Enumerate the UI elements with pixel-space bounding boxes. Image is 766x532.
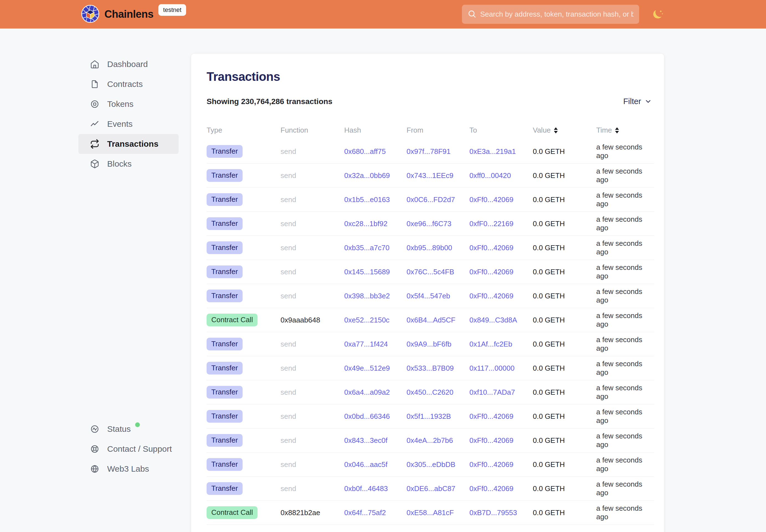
table-row: Transfer send 0x49e...512e9 0x533...B7B0… [207,356,654,380]
type-badge: Transfer [207,482,242,495]
repeat-icon [90,139,99,149]
hash-link[interactable]: 0x32a...0bb69 [344,171,407,180]
table-row: Transfer send 0x680...aff75 0x97f...78F9… [207,140,654,164]
hash-link[interactable]: 0x6a4...a09a2 [344,388,407,397]
type-badge: Transfer [207,217,242,230]
value-cell: 0.0 GETH [533,436,596,445]
hash-link[interactable]: 0xa77...1f424 [344,340,407,348]
to-address-link[interactable]: 0xFf0...42069 [470,268,533,276]
time-cell: a few seconds ago [596,263,654,280]
brand-link[interactable]: Chainlens testnet [81,0,186,29]
to-address-link[interactable]: 0xFf0...42069 [470,412,533,421]
hash-link[interactable]: 0x398...bb3e2 [344,292,407,300]
cube-icon [90,159,99,169]
from-address-link[interactable]: 0xb95...89b00 [407,244,470,252]
to-address-link[interactable]: 0xE3a...219a1 [470,147,533,156]
from-address-link[interactable]: 0x533...B7B09 [407,364,470,373]
table-row: Transfer send 0x6a4...a09a2 0x450...C262… [207,380,654,404]
hash-link[interactable]: 0xb35...a7c70 [344,244,407,252]
home-icon [90,60,99,69]
to-address-link[interactable]: 0x1Af...fc2Eb [470,340,533,348]
from-address-link[interactable]: 0xE58...A81cF [407,508,470,517]
value-cell: 0.0 GETH [533,460,596,469]
hash-link[interactable]: 0xe52...2150c [344,316,407,324]
to-address-link[interactable]: 0xFf0...42069 [470,244,533,252]
hash-link[interactable]: 0x64f...75af2 [344,508,407,517]
column-header-from: From [407,126,470,135]
to-address-link[interactable]: 0xff0...00420 [470,171,533,180]
to-address-link[interactable]: 0xFf0...42069 [470,484,533,493]
to-address-link[interactable]: 0xf10...7ADa7 [470,388,533,397]
filter-button[interactable]: Filter [623,97,654,106]
table-row: Transfer send 0x32a...0bb69 0x743...1EEc… [207,164,654,188]
from-address-link[interactable]: 0x450...C2620 [407,388,470,397]
sidebar-item-tokens[interactable]: Tokens [78,94,179,114]
hash-link[interactable]: 0x1b5...e0163 [344,195,407,204]
to-address-link[interactable]: 0xFf0...42069 [470,436,533,445]
value-cell: 0.0 GETH [533,147,596,156]
from-address-link[interactable]: 0x9A9...bF6fb [407,340,470,348]
hash-link[interactable]: 0x0bd...66346 [344,412,407,421]
hash-link[interactable]: 0x843...3ec0f [344,436,407,445]
column-header-hash: Hash [344,126,407,135]
sidebar-item-contracts[interactable]: Contracts [78,74,179,94]
time-cell: a few seconds ago [596,215,654,232]
from-address-link[interactable]: 0xDE6...abC87 [407,484,470,493]
function-cell: send [280,340,344,348]
hash-link[interactable]: 0x680...aff75 [344,147,407,156]
type-badge: Transfer [207,338,242,350]
sidebar-item-transactions[interactable]: Transactions [78,134,179,154]
table-row: Contract Call 0x8821b2ae 0x64f...75af2 0… [207,501,654,525]
time-cell: a few seconds ago [596,480,654,497]
from-address-link[interactable]: 0x0C6...FD2d7 [407,195,470,204]
to-address-link[interactable]: 0xFf0...42069 [470,195,533,204]
function-cell: 0x9aaab648 [280,316,344,324]
sidebar-item-dashboard[interactable]: Dashboard [78,54,179,74]
hash-link[interactable]: 0x49e...512e9 [344,364,407,373]
hash-link[interactable]: 0xc28...1bf92 [344,219,407,228]
from-address-link[interactable]: 0x4eA...2b7b6 [407,436,470,445]
column-header-label: Value [533,126,551,135]
hash-link[interactable]: 0x046...aac5f [344,460,407,469]
function-cell: send [280,195,344,204]
sort-time-button[interactable] [615,127,619,133]
from-address-link[interactable]: 0x305...eDbDB [407,460,470,469]
hash-link[interactable]: 0xb0f...46483 [344,484,407,493]
time-cell: a few seconds ago [596,143,654,160]
sidebar-item-web3-labs[interactable]: Web3 Labs [78,459,179,479]
time-cell: a few seconds ago [596,335,654,353]
type-badge: Transfer [207,458,242,471]
from-address-link[interactable]: 0x743...1EEc9 [407,171,470,180]
from-address-link[interactable]: 0x6B4...Ad5CF [407,316,470,324]
function-cell: send [280,412,344,421]
to-address-link[interactable]: 0x117...00000 [470,364,533,373]
type-cell: Contract Call [207,506,280,519]
from-address-link[interactable]: 0x5f1...1932B [407,412,470,421]
type-cell: Transfer [207,290,280,302]
time-cell: a few seconds ago [596,239,654,256]
hash-link[interactable]: 0x145...15689 [344,268,407,276]
sidebar-item-blocks[interactable]: Blocks [78,154,179,174]
sidebar-item-contact-support[interactable]: Contact / Support [78,439,179,459]
table-body: Transfer send 0x680...aff75 0x97f...78F9… [207,140,654,525]
from-address-link[interactable]: 0x97f...78F91 [407,147,470,156]
to-address-link[interactable]: 0xB7D...79553 [470,508,533,517]
dark-mode-toggle[interactable] [651,7,665,21]
to-address-link[interactable]: 0xFf0...42069 [470,460,533,469]
from-address-link[interactable]: 0x76C...5c4FB [407,268,470,276]
from-address-link[interactable]: 0xe96...f6C73 [407,219,470,228]
value-cell: 0.0 GETH [533,340,596,348]
to-address-link[interactable]: 0x849...C3d8A [470,316,533,324]
sidebar-item-events[interactable]: Events [78,114,179,134]
from-address-link[interactable]: 0x5f4...547eb [407,292,470,300]
table-row: Transfer send 0x0bd...66346 0x5f1...1932… [207,404,654,428]
filter-button-label: Filter [623,97,641,106]
sidebar-item-status[interactable]: Status [78,419,179,439]
type-badge: Contract Call [207,314,257,326]
function-cell: send [280,219,344,228]
to-address-link[interactable]: 0xFf0...42069 [470,292,533,300]
sort-value-button[interactable] [554,127,558,133]
search-input[interactable] [480,10,634,19]
function-cell: send [280,244,344,252]
to-address-link[interactable]: 0xfF0...22169 [470,219,533,228]
